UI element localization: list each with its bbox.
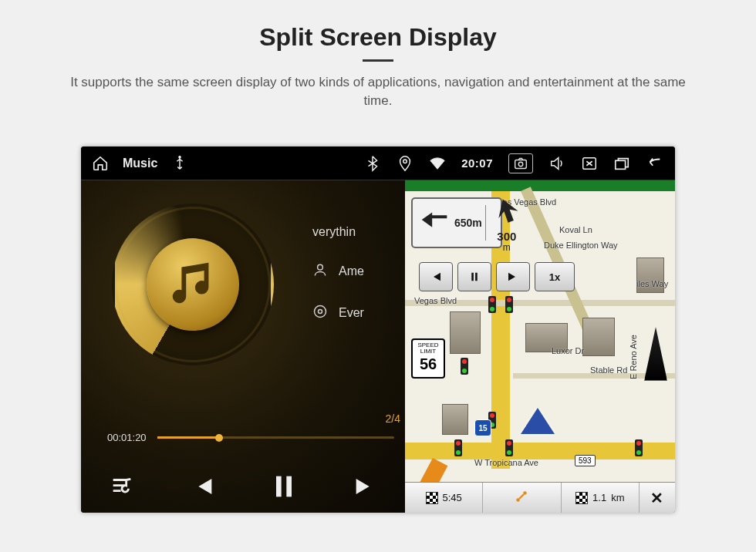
track-label: Ever bbox=[339, 306, 364, 320]
music-panel: verythin Ame Ever 2/4 00:01:20 bbox=[81, 180, 405, 513]
device-frame: Music 20:07 bbox=[81, 146, 675, 513]
home-icon[interactable] bbox=[92, 155, 109, 172]
traffic-light-icon bbox=[454, 439, 462, 456]
album-art bbox=[112, 204, 274, 365]
svg-rect-9 bbox=[276, 476, 282, 497]
turn-left-icon bbox=[417, 204, 453, 242]
building bbox=[442, 404, 468, 435]
route-icon bbox=[515, 490, 528, 506]
building bbox=[450, 311, 481, 354]
track-label: Ame bbox=[339, 264, 364, 278]
road-label: Luxor Dr bbox=[552, 346, 584, 355]
page-title: Split Screen Display bbox=[0, 0, 756, 52]
svg-point-7 bbox=[315, 306, 326, 318]
nav-prev-button[interactable] bbox=[419, 262, 453, 291]
svg-point-6 bbox=[318, 264, 323, 270]
speed-limit-sign: SPEED LIMIT 56 bbox=[411, 338, 445, 379]
flag-icon bbox=[575, 492, 588, 504]
building bbox=[582, 318, 615, 356]
road-label: iles Way bbox=[636, 279, 668, 288]
close-icon: ✕ bbox=[650, 489, 663, 507]
close-app-icon[interactable] bbox=[581, 155, 598, 172]
track-label: verythin bbox=[312, 225, 356, 239]
road-label: Vegas Blvd bbox=[414, 296, 457, 305]
route-info-cell[interactable] bbox=[483, 483, 561, 513]
svg-point-1 bbox=[403, 159, 407, 163]
nav-next-button[interactable] bbox=[496, 262, 530, 291]
svg-rect-2 bbox=[515, 160, 527, 168]
road-label: Koval Ln bbox=[559, 225, 592, 234]
navigation-panel[interactable]: S Las Vegas Blvd Koval Ln Duke Ellington… bbox=[405, 180, 675, 513]
screenshot-icon[interactable] bbox=[508, 153, 533, 173]
svg-rect-12 bbox=[475, 273, 478, 281]
app-title: Music bbox=[123, 157, 157, 170]
route-badge: 15 bbox=[474, 419, 491, 436]
turn-main-distance: 650 bbox=[454, 217, 472, 229]
eta-cell[interactable]: 5:45 bbox=[405, 483, 483, 513]
distance-unit: km bbox=[611, 492, 624, 503]
turn-main-unit: m bbox=[472, 217, 481, 229]
track-counter: 2/4 bbox=[386, 412, 400, 425]
svg-point-3 bbox=[518, 162, 523, 167]
disc-icon bbox=[312, 304, 328, 322]
svg-point-0 bbox=[179, 156, 181, 158]
traffic-light-icon bbox=[635, 439, 643, 456]
turn-right-up-icon bbox=[489, 220, 525, 231]
back-icon[interactable] bbox=[646, 155, 663, 172]
location-icon bbox=[397, 155, 413, 172]
bluetooth-icon bbox=[364, 155, 381, 172]
turn-sub-distance: 300 bbox=[489, 231, 525, 244]
track-row-1[interactable]: verythin bbox=[312, 225, 364, 239]
speed-limit-value: 56 bbox=[413, 356, 444, 372]
traffic-light-icon bbox=[461, 358, 468, 375]
nav-close-button[interactable]: ✕ bbox=[640, 483, 675, 513]
recent-apps-icon[interactable] bbox=[613, 155, 630, 172]
distance-value: 1.1 bbox=[592, 492, 606, 503]
music-note-icon bbox=[166, 256, 220, 313]
page-description: It supports the same screen display of t… bbox=[0, 73, 756, 130]
traffic-light-icon bbox=[505, 296, 513, 313]
person-icon bbox=[312, 262, 328, 281]
distance-cell[interactable]: 1.1 km bbox=[562, 483, 640, 513]
progress-row: 00:01:20 bbox=[107, 432, 394, 443]
volume-icon[interactable] bbox=[548, 155, 565, 172]
playlist-button[interactable] bbox=[81, 460, 162, 513]
road-label: W Tropicana Ave bbox=[474, 458, 538, 467]
eta-time: 5:45 bbox=[443, 492, 462, 503]
pause-button[interactable] bbox=[243, 460, 324, 513]
track-row-3[interactable]: Ever bbox=[312, 304, 364, 322]
svg-rect-11 bbox=[471, 273, 474, 281]
nav-bottom-bar: 5:45 1.1 km ✕ bbox=[405, 482, 675, 513]
title-underline bbox=[363, 59, 393, 62]
status-bar: Music 20:07 bbox=[81, 146, 675, 180]
track-list: verythin Ame Ever bbox=[312, 225, 364, 322]
clock: 20:07 bbox=[461, 157, 493, 170]
music-controls bbox=[81, 460, 405, 513]
current-position-arrow bbox=[521, 408, 555, 434]
nav-pause-button[interactable] bbox=[457, 262, 491, 291]
traffic-light-icon bbox=[505, 439, 513, 456]
road-label: E Reno Ave bbox=[629, 335, 638, 379]
speed-limit-label: SPEED LIMIT bbox=[417, 342, 438, 355]
traffic-light-icon bbox=[488, 296, 496, 313]
wifi-icon bbox=[429, 155, 446, 172]
next-button[interactable] bbox=[324, 460, 405, 513]
previous-button[interactable] bbox=[162, 460, 243, 513]
nav-media-bar: 1x bbox=[419, 262, 575, 291]
road-label: Stable Rd bbox=[590, 365, 627, 375]
svg-rect-10 bbox=[286, 476, 292, 497]
playback-speed-button[interactable]: 1x bbox=[535, 262, 575, 291]
track-row-2[interactable]: Ame bbox=[312, 262, 364, 281]
exit-badge: 593 bbox=[575, 455, 596, 466]
building bbox=[644, 327, 667, 381]
usb-icon[interactable] bbox=[171, 155, 188, 172]
turn-sub-unit: m bbox=[503, 242, 511, 253]
svg-rect-5 bbox=[616, 160, 626, 169]
svg-point-8 bbox=[319, 310, 322, 314]
flag-icon bbox=[426, 492, 438, 504]
turn-sign: 650m 300 m bbox=[411, 197, 502, 248]
progress-slider[interactable] bbox=[157, 436, 394, 439]
road-label: Duke Ellington Way bbox=[544, 241, 618, 250]
elapsed-time: 00:01:20 bbox=[107, 432, 147, 443]
